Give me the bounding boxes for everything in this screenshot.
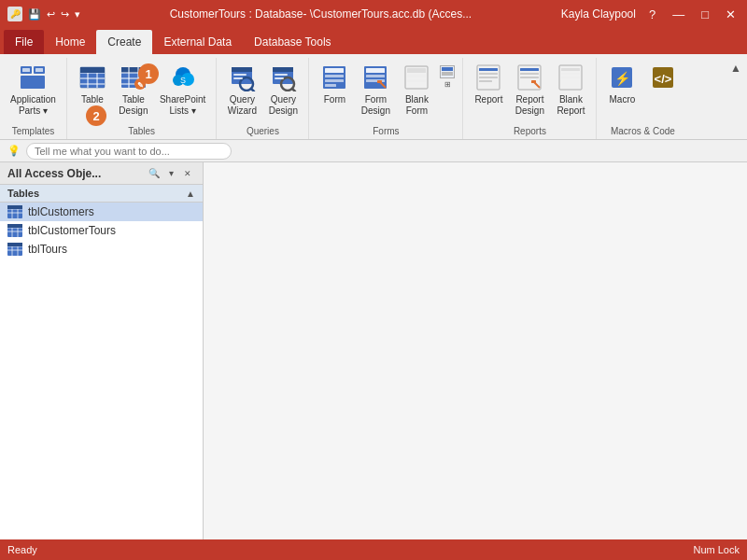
svg-rect-11	[80, 67, 105, 73]
tab-home[interactable]: Home	[44, 30, 96, 54]
ribbon-item-report-design[interactable]: ReportDesign	[510, 60, 549, 119]
svg-rect-38	[325, 68, 344, 73]
macro-label: Macro	[610, 94, 636, 105]
ribbon-item-code[interactable]: </>	[643, 60, 683, 97]
svg-rect-66	[561, 68, 580, 71]
sidebar-section-label: Tables	[7, 188, 39, 199]
form-label: Form	[324, 94, 345, 105]
group-macros: ⚡ Macro </> Macros & Code	[597, 58, 688, 139]
ribbon-collapse-icon[interactable]: ▲	[730, 62, 741, 75]
svg-rect-58	[479, 80, 492, 82]
svg-rect-2	[21, 76, 45, 89]
form-icon	[319, 63, 349, 92]
step-badge-1: 1	[138, 63, 159, 84]
sidebar-header: All Access Obje... 🔍 ▾ ✕	[0, 162, 203, 185]
svg-rect-78	[7, 205, 22, 209]
step-badge-2: 2	[86, 105, 106, 126]
ribbon-item-form-design[interactable]: FormDesign	[356, 60, 395, 119]
ribbon-item-form[interactable]: Form	[315, 60, 354, 108]
tab-file[interactable]: File	[4, 30, 44, 54]
svg-rect-51	[407, 79, 426, 82]
close-button[interactable]: ✕	[722, 7, 740, 21]
tblcustomertours-label: tblCustomerTours	[28, 224, 116, 237]
sidebar-menu-button[interactable]: ▾	[163, 166, 178, 181]
ribbon-item-table[interactable]: Table	[73, 60, 112, 108]
ribbon-item-macro[interactable]: ⚡ Macro	[602, 60, 641, 108]
blank-report-icon	[556, 63, 585, 92]
group-tables-label: Tables	[73, 124, 210, 139]
sharepoint-icon: S	[168, 63, 198, 92]
qat-save[interactable]: 💾	[28, 8, 41, 21]
svg-rect-60	[520, 68, 539, 71]
svg-rect-39	[325, 75, 344, 77]
svg-rect-84	[7, 224, 22, 228]
tab-external-data[interactable]: External Data	[152, 30, 243, 54]
table-icon	[78, 63, 107, 92]
status-left: Ready	[7, 544, 37, 555]
ribbon-item-query-design[interactable]: QueryDesign	[263, 60, 303, 119]
svg-rect-55	[479, 68, 498, 71]
sidebar-section-tables: Tables ▲	[0, 185, 203, 203]
status-right: Num Lock	[693, 544, 740, 555]
group-forms: Form FormDesign	[309, 58, 463, 139]
maximize-button[interactable]: □	[698, 7, 712, 21]
sidebar-item-tblcustomertours[interactable]: tblCustomerTours	[0, 221, 203, 240]
sidebar-section-collapse[interactable]: ▲	[186, 189, 195, 199]
group-macros-label: Macros & Code	[602, 124, 683, 139]
svg-text:</>: </>	[655, 72, 672, 86]
title-bar: 🔑 💾 ↩ ↪ ▾ CustomerTours : Database- \Cus…	[0, 0, 747, 28]
sidebar-close-button[interactable]: ✕	[180, 166, 195, 181]
group-queries-label: Queries	[222, 124, 303, 139]
tblcustomertours-icon	[7, 224, 22, 237]
ribbon-tabs: File Home Create External Data Database …	[0, 28, 747, 54]
status-bar: Ready Num Lock	[0, 539, 747, 560]
sidebar-item-tblcustomers[interactable]: tblCustomers	[0, 203, 203, 221]
blank-report-label: BlankReport	[557, 94, 585, 117]
tbltours-label: tblTours	[28, 243, 67, 256]
group-templates-items: ApplicationParts ▾	[6, 60, 61, 124]
tab-create[interactable]: Create	[96, 30, 152, 54]
ribbon-item-sharepoint[interactable]: S SharePointLists ▾	[155, 60, 210, 119]
app-parts-label: ApplicationParts ▾	[10, 94, 56, 117]
sidebar-search-button[interactable]: 🔍	[147, 166, 162, 181]
ribbon-item-blank-form[interactable]: BlankForm	[397, 60, 436, 119]
svg-rect-90	[7, 243, 22, 246]
svg-rect-40	[325, 79, 344, 82]
qat-undo[interactable]: ↩	[47, 8, 55, 21]
minimize-button[interactable]: —	[669, 7, 688, 21]
group-forms-label: Forms	[315, 124, 457, 139]
sidebar-header-buttons: 🔍 ▾ ✕	[147, 166, 195, 181]
svg-rect-4	[35, 68, 43, 72]
svg-line-28	[251, 89, 254, 91]
content-area	[204, 162, 747, 539]
svg-rect-57	[479, 77, 498, 78]
svg-rect-30	[233, 77, 243, 79]
query-wizard-label: QueryWizard	[228, 94, 257, 117]
svg-text:S: S	[180, 76, 186, 85]
ribbon-item-report[interactable]: Report	[469, 60, 508, 108]
title-bar-title: CustomerTours : Database- \CustomerTours…	[80, 7, 561, 21]
ribbon-item-query-wizard[interactable]: QueryWizard	[222, 60, 261, 119]
help-button[interactable]: ?	[645, 7, 659, 21]
tab-database-tools[interactable]: Database Tools	[243, 30, 343, 54]
svg-rect-47	[377, 80, 382, 83]
ribbon-item-form-extra[interactable]: ⊞	[438, 60, 457, 91]
group-queries: QueryWizard QueryDesign Queries	[217, 58, 309, 139]
ribbon-item-app-parts[interactable]: ApplicationParts ▾	[6, 60, 61, 119]
group-reports-label: Reports	[469, 124, 590, 139]
tblcustomers-icon	[7, 205, 22, 218]
ribbon-item-blank-report[interactable]: BlankReport	[551, 60, 590, 119]
svg-text:⚡: ⚡	[614, 71, 631, 87]
svg-rect-43	[366, 68, 385, 73]
form-design-icon	[360, 63, 390, 92]
query-wizard-icon	[227, 63, 257, 92]
report-icon	[473, 63, 503, 92]
group-queries-items: QueryWizard QueryDesign	[222, 60, 303, 124]
query-design-icon	[268, 63, 298, 92]
qat-redo[interactable]: ↪	[61, 8, 69, 21]
tblcustomers-label: tblCustomers	[28, 205, 94, 218]
blank-form-icon	[402, 63, 431, 92]
svg-rect-44	[366, 75, 385, 77]
tell-me-input[interactable]	[26, 143, 232, 160]
sidebar-item-tbltours[interactable]: tblTours	[0, 240, 203, 259]
